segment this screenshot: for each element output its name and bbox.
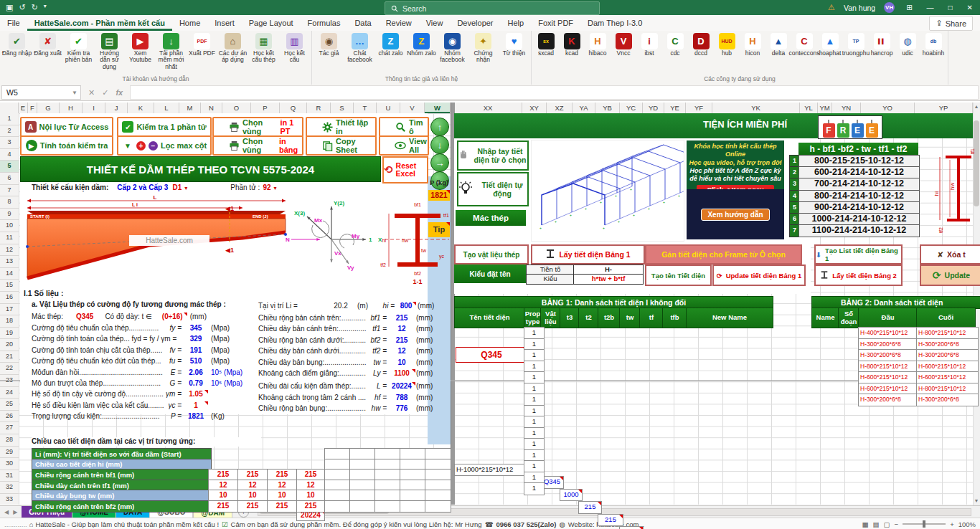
row-header-16[interactable]: 16 [0,292,19,304]
name-box[interactable]: W5▼ [1,85,81,100]
bang2-cell-6-2[interactable]: H-300*200*6*8 [858,394,920,406]
pos-cell-5-3[interactable]: 215 [296,500,325,513]
formula-input[interactable] [130,85,979,100]
naming-kind-value[interactable]: h*tw + b*tf [573,274,644,285]
row-header-13[interactable]: 13 [0,256,19,268]
create-material-button[interactable]: Tạo vật liệu thép [454,244,529,264]
page-break-view-icon[interactable]: ▢ [884,520,890,528]
row-header-5[interactable]: 5 [0,161,19,173]
close-icon[interactable]: ✕ [964,4,976,11]
menu-tab-12[interactable]: Dam Thep I-3.0 [580,15,649,31]
row-header-7[interactable]: 7 [0,185,19,197]
column-header-Q[interactable]: Q [280,103,307,113]
menu-tab-4[interactable]: Page Layout [242,15,301,31]
bang1-cell-0-3[interactable]: 1000 [560,489,583,502]
row-header-24[interactable]: 24 [0,387,19,399]
ribbon-button-sxcad[interactable]: sxsxcad [533,32,559,75]
ribbon-button-hoabinh[interactable]: dbhoabinh [920,32,946,75]
column-header-O[interactable]: O [222,103,251,113]
ribbon-display-options-icon[interactable]: ⊞ [903,4,915,11]
column-header-YK[interactable]: YK [712,103,800,113]
ad-video-thumbnail[interactable]: Xem hướng dẫn [687,189,784,239]
insert-function-icon[interactable]: fx [116,88,123,97]
bang1-cell-0-6[interactable]: 10 [619,526,644,529]
minimize-icon[interactable]: — [924,4,937,11]
user-name[interactable]: Van hung [844,4,875,12]
ribbon-button-học-kết-cấu[interactable]: ▥Học kết cấu [279,32,310,75]
row-header-22[interactable]: 22 [0,363,19,375]
column-header-N[interactable]: N [201,103,222,113]
row-header-17[interactable]: 17 [0,304,19,316]
bang1-cell-0-4[interactable]: 215 [578,501,602,514]
toolbar-button-kiểm-tra-1-phần-tử[interactable]: ✔Kiểm tra 1 phần tử [117,117,212,137]
row-header-26[interactable]: 26 [0,411,19,423]
delete-section-button[interactable]: ✘Xóa t [920,244,980,264]
column-header-XY[interactable]: XY [522,103,547,113]
ribbon-button-hub[interactable]: HUDhub [714,32,740,75]
column-header-XZ[interactable]: XZ [547,103,573,113]
ribbon-button-udic[interactable]: ◍udic [895,32,920,75]
column-header-I[interactable]: I [83,103,105,113]
sheet-nav-right-icon[interactable]: ▶ [13,509,22,515]
menu-tab-5[interactable]: Formulas [301,15,348,31]
zoom-in-icon[interactable]: + [950,520,954,528]
scroll-top-arrow-button[interactable]: ↑ [430,118,449,136]
column-header-P[interactable]: P [251,103,280,113]
column-header-E[interactable]: E [19,103,28,113]
toolbar-button-nội-lực-từ-access[interactable]: ANội lực Từ Access [20,117,113,137]
column-header-YP[interactable]: YP [915,103,973,113]
row-header-20[interactable]: 20 [0,339,19,351]
row-header-32[interactable]: 32 [0,482,19,494]
column-header-L[interactable]: L [154,103,179,113]
ribbon-button-tác-giả[interactable]: ◉Tác giả [314,32,344,75]
create-list-bang1-button[interactable]: ⬇Tạo List tiết diện Bảng 1 [814,244,903,264]
create-section-name-button[interactable]: Tạo tên Tiết diện [645,264,712,286]
ribbon-button-hicon[interactable]: Hhicon [740,32,765,75]
manual-section-button[interactable]: Nhập tay tiết diện từ ô chọn [457,140,529,171]
ribbon-button-tải-phần-mềm-mới-nhất[interactable]: ↓Tải phần mềm mới nhất [156,32,187,75]
column-header-M[interactable]: M [179,103,201,113]
column-header-G[interactable]: G [37,103,60,113]
share-button[interactable]: ⇪ Share [929,16,973,31]
toolbar-button-view-all[interactable]: View All [379,135,429,156]
toolbar-button-chọn-vùng[interactable]: Chọn vùng in 1 PT [212,117,303,137]
row-header-31[interactable]: 31 [0,470,19,482]
ribbon-button-học-kết-cấu-thép[interactable]: ▦Học kết cấu thép [248,32,279,75]
watch-guide-button[interactable]: Xem hướng dẫn [701,209,769,221]
ribbon-button-delta[interactable]: ▲delta [765,32,791,75]
size-list-item-7[interactable]: 1100-214-214-10-12-12 [798,224,920,237]
cancel-entry-icon[interactable]: ✕ [88,88,95,97]
menu-tab-10[interactable]: Help [501,15,532,31]
confirm-entry-icon[interactable]: ✓ [102,88,108,97]
bang1-cell-0-0[interactable]: H-1000*215*10*12 [454,464,528,477]
normal-view-icon[interactable]: ▦ [862,520,869,528]
update-bang2-button[interactable]: ⟳Update [920,264,980,286]
pos-cell-5-0[interactable]: 215 [208,500,238,513]
toolbar-button-lọc-max-cột[interactable]: ▼+−Lọc max cột [117,135,212,156]
scroll-up-icon[interactable]: ▲ [973,103,980,111]
ribbon-button-chát-zalo[interactable]: Zchát zalo [375,32,406,75]
steel-grade-value[interactable]: Q345 [456,347,527,363]
row-header-3[interactable]: 3 [0,137,19,149]
row-header-4[interactable]: 4 [0,149,19,161]
pos-cell-5-7[interactable] [400,500,425,513]
row-header-10[interactable]: 10 [0,220,19,232]
ribbon-button-xem-youtube[interactable]: ▶Xem Youtube [125,32,156,75]
ribbon-button-hancrop[interactable]: ▌▌hancrop [869,32,895,75]
column-header-YN[interactable]: YN [832,103,861,113]
ribbon-button-hướng-dẫn-sử-dụng[interactable]: ▤Hướng dẫn sử dụng [94,32,125,75]
search-input[interactable]: Search [385,1,600,15]
column-header-YL[interactable]: YL [800,103,818,113]
column-header-YO[interactable]: YO [861,103,915,113]
row-header-18[interactable]: 18 [0,315,19,328]
save-icon[interactable]: ▣ [6,3,13,12]
course-ad[interactable]: Khóa học tính kết cấu thép OnlineHọc qua… [687,140,784,190]
column-header-K[interactable]: K [128,103,154,113]
ribbon-button-vncc[interactable]: VVncc [611,32,636,75]
row-header-6[interactable]: 6 [0,173,19,185]
ribbon-button-đăng-nhập[interactable]: ✔Đăng nhập [1,32,32,75]
ribbon-button-dccd[interactable]: Ddccd [688,32,714,75]
ribbon-button-đăng-xuất[interactable]: ✘Đăng xuất [32,32,63,75]
row-header-28[interactable]: 28 [0,434,19,447]
row-header-30[interactable]: 30 [0,458,19,470]
